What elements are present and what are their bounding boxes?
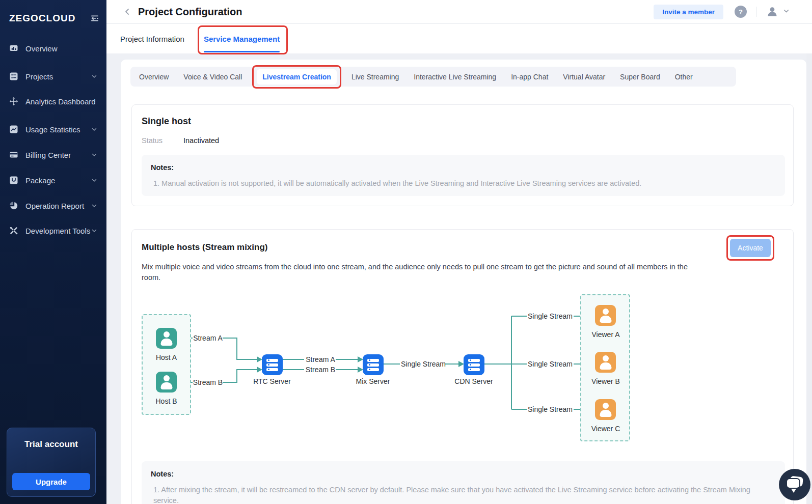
notes-title: Notes: xyxy=(151,470,776,478)
viewer-a-label: Viewer A xyxy=(581,330,631,339)
stream-mixing-card: Multiple hosts (Stream mixing) Activate … xyxy=(131,229,794,504)
topbar-divider xyxy=(756,7,756,17)
cdn-server-label: CDN Server xyxy=(448,377,499,385)
chat-bubble-tail xyxy=(791,489,796,493)
single-host-notes: Notes: 1. Manual activation is not suppo… xyxy=(142,155,785,196)
invite-member-button[interactable]: Invite a member xyxy=(654,5,723,19)
stream-b-label: Stream B xyxy=(193,378,223,386)
analytics-dashboard-icon xyxy=(9,97,18,106)
back-chevron-icon[interactable] xyxy=(122,6,133,17)
host-b-label: Host B xyxy=(142,397,191,405)
billing-center-icon xyxy=(9,150,18,159)
viewer-c-label: Viewer C xyxy=(581,425,631,433)
stream-a-label: Stream A xyxy=(193,334,223,342)
activate-button[interactable]: Activate xyxy=(730,239,771,257)
subtab-interactive-live-streaming[interactable]: Interactive Live Streaming xyxy=(414,73,496,81)
chevron-down-icon xyxy=(91,152,97,158)
chat-bubble-icon xyxy=(786,478,800,489)
tab-project-information[interactable]: Project Information xyxy=(120,24,184,53)
tab-service-management[interactable]: Service Management xyxy=(204,24,280,53)
sidebar-item-label: Overview xyxy=(25,44,106,53)
notes-text: 1. Manual activation is not supported, i… xyxy=(151,178,776,189)
app-logo[interactable]: ZEGOCLOUD xyxy=(9,13,75,24)
main-content: Project Configuration Invite a member ? … xyxy=(106,0,812,504)
collapse-sidebar-icon[interactable] xyxy=(89,13,100,24)
chat-widget-button[interactable] xyxy=(779,469,810,500)
subtab-label: Livestream Creation xyxy=(262,73,331,81)
chevron-down-icon xyxy=(91,228,97,234)
single-stream-label: Single Stream xyxy=(528,360,573,368)
sidebar: ZEGOCLOUD Overview Projects Analytics Da… xyxy=(0,0,106,504)
rtc-server-label: RTC Server xyxy=(247,377,297,385)
single-stream-label: Single Stream xyxy=(401,360,445,368)
viewer-c-icon xyxy=(595,399,616,420)
sidebar-item-usage-statistics[interactable]: Usage Statistics xyxy=(0,122,106,137)
sidebar-item-billing-center[interactable]: Billing Center xyxy=(0,147,106,162)
account-menu[interactable] xyxy=(766,5,790,18)
single-host-title: Single host xyxy=(142,116,191,127)
stream-mixing-description: Mix multiple voice and video streams fro… xyxy=(142,262,689,283)
subtab-overview[interactable]: Overview xyxy=(139,73,169,81)
upgrade-button[interactable]: Upgrade xyxy=(12,473,90,490)
viewer-b-icon xyxy=(595,352,616,373)
subtab-livestream-creation[interactable]: Livestream Creation xyxy=(257,69,337,85)
sidebar-item-label: Operation Report xyxy=(25,202,91,210)
chevron-down-icon xyxy=(91,73,97,79)
trial-account-title: Trial account xyxy=(7,439,95,450)
single-host-card: Single host Status Inactivated Notes: 1.… xyxy=(131,104,794,206)
sidebar-item-projects[interactable]: Projects xyxy=(0,69,106,84)
rtc-server-icon xyxy=(262,354,283,375)
viewer-b-label: Viewer B xyxy=(581,377,631,385)
usage-statistics-icon xyxy=(9,125,18,134)
sidebar-item-label: Projects xyxy=(25,72,91,81)
sidebar-item-package[interactable]: Package xyxy=(0,173,106,188)
notes-text: 1. After mixing the stream, it will be r… xyxy=(151,485,776,504)
tab-label: Project Information xyxy=(120,35,184,43)
chevron-down-icon xyxy=(91,203,97,209)
notes-title: Notes: xyxy=(151,163,776,172)
chevron-down-icon xyxy=(91,126,97,132)
page-title: Project Configuration xyxy=(138,6,242,18)
host-b-icon xyxy=(156,372,177,393)
subtab-voice-video-call[interactable]: Voice & Video Call xyxy=(183,73,242,81)
subtab-super-board[interactable]: Super Board xyxy=(620,73,660,81)
single-stream-label: Single Stream xyxy=(528,312,573,320)
chevron-down-icon xyxy=(783,7,790,16)
active-tab-underline xyxy=(204,51,280,52)
sidebar-item-development-tools[interactable]: Development Tools xyxy=(0,223,106,238)
vertical-scrollbar[interactable] xyxy=(806,53,812,504)
stream-mixing-notes: Notes: 1. After mixing the stream, it wi… xyxy=(142,461,785,504)
trial-account-panel: Trial account Upgrade xyxy=(7,428,96,497)
sidebar-item-overview[interactable]: Overview xyxy=(0,41,106,56)
stream-a-label: Stream A xyxy=(305,355,336,363)
single-stream-label: Single Stream xyxy=(528,405,573,413)
host-a-label: Host A xyxy=(142,353,191,361)
help-icon[interactable]: ? xyxy=(735,6,747,18)
sidebar-item-operation-report[interactable]: Operation Report xyxy=(0,198,106,213)
status-label: Status xyxy=(142,136,163,145)
projects-icon xyxy=(9,72,18,81)
host-a-icon xyxy=(156,328,177,349)
overview-icon xyxy=(9,44,18,53)
top-bar: Project Configuration Invite a member ? xyxy=(106,0,812,24)
subtab-live-streaming[interactable]: Live Streaming xyxy=(351,73,399,81)
cdn-server-icon xyxy=(464,354,484,375)
viewer-a-icon xyxy=(595,305,616,326)
sidebar-item-analytics-dashboard[interactable]: Analytics Dashboard xyxy=(0,94,106,109)
package-icon xyxy=(9,176,18,185)
development-tools-icon xyxy=(9,226,18,235)
subtab-in-app-chat[interactable]: In-app Chat xyxy=(511,73,548,81)
stream-b-label: Stream B xyxy=(305,366,336,374)
subtab-virtual-avatar[interactable]: Virtual Avatar xyxy=(563,73,605,81)
sidebar-item-label: Package xyxy=(25,176,91,185)
service-subtabs: Overview Voice & Video Call Livestream C… xyxy=(130,67,736,87)
subtab-other[interactable]: Other xyxy=(675,73,693,81)
user-avatar-icon xyxy=(766,5,779,18)
chevron-down-icon xyxy=(91,177,97,183)
project-tabs: Project Information Service Management xyxy=(106,24,812,53)
mix-server-label: Mix Server xyxy=(347,377,398,385)
sidebar-item-label: Billing Center xyxy=(25,151,91,159)
sidebar-item-label: Usage Statistics xyxy=(25,125,91,134)
tab-label: Service Management xyxy=(204,35,280,43)
operation-report-icon xyxy=(9,201,18,210)
